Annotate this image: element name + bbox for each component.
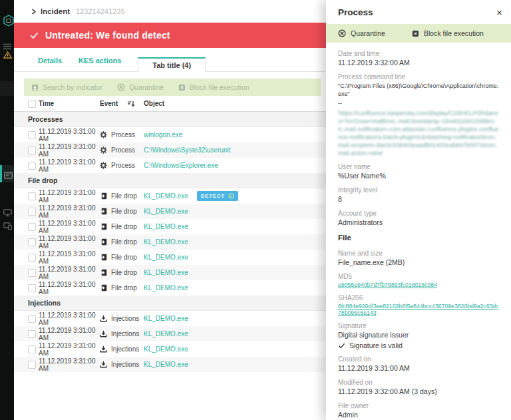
event-time: 11.12.2019 3:31:00 AM [39, 158, 100, 173]
table-row[interactable]: 11.12.2019 3:31:00 AMFile dropKL_DEMO.ex… [14, 219, 326, 234]
close-icon[interactable]: × [496, 7, 502, 17]
table-row[interactable]: 11.12.2019 3:31:00 AMProcessC:\Windows\S… [14, 142, 326, 158]
field-value: 11.12.2019 3:32:00 AM (3 days) [338, 387, 499, 396]
row-checkbox[interactable] [28, 238, 36, 246]
row-checkbox[interactable] [28, 330, 36, 338]
tasks-icon[interactable] [4, 170, 13, 182]
signature-valid: Signature is valid [338, 341, 499, 349]
tab-bar: Details KES actions Tab title (4) [14, 48, 326, 72]
table-row[interactable]: 11.12.2019 3:31:00 AMInjectionsKL_DEMO.e… [14, 341, 326, 357]
field-label: Account type [338, 210, 499, 217]
column-header-event[interactable]: Event [100, 100, 144, 107]
panel-toolbar: QuarantineBlock file execution [326, 24, 511, 43]
row-checkbox[interactable] [28, 162, 36, 170]
table-row[interactable]: 11.12.2019 3:31:00 AMInjectionsKL_DEMO.e… [14, 326, 326, 341]
file-drop-icon [100, 254, 107, 261]
sidebar-item-placeholder[interactable] [0, 81, 14, 96]
group-header[interactable]: Processes [14, 112, 326, 127]
field-value: 11.12.2019 3:31:00 AM [338, 364, 499, 373]
app-sidebar [0, 0, 14, 420]
app-logo-icon [3, 15, 14, 29]
row-checkbox[interactable] [28, 315, 36, 323]
event-time: 11.12.2019 3:31:00 AM [39, 327, 100, 341]
hash-link[interactable]: 6fc884e926df3ee82102b8f5e844bcc436709e38… [338, 303, 499, 316]
warning-icon[interactable] [3, 49, 12, 61]
row-checkbox[interactable] [28, 131, 36, 139]
tab-details[interactable]: Details [38, 57, 62, 71]
command-line-args: -- [338, 99, 499, 107]
object-link[interactable]: KL_DEMO.exe [144, 361, 188, 368]
object-link[interactable]: KL_DEMO.exe [144, 315, 188, 322]
event-time: 11.12.2019 3:31:00 AM [39, 342, 100, 357]
section-header: File [338, 234, 499, 242]
block-execution-icon [412, 30, 419, 37]
object-link[interactable]: KL_DEMO.exe [144, 192, 188, 200]
field-label: MD5 [338, 273, 499, 280]
row-checkbox[interactable] [28, 361, 36, 369]
row-checkbox[interactable] [28, 192, 36, 200]
sidebar-item-selected[interactable] [0, 165, 14, 182]
object-link[interactable]: KL_DEMO.exe [144, 330, 188, 337]
row-checkbox[interactable] [28, 284, 36, 292]
devices-icon[interactable] [3, 220, 12, 232]
row-checkbox[interactable] [28, 254, 36, 262]
group-header[interactable]: File drop [14, 173, 326, 188]
object-link[interactable]: KL_DEMO.exe [144, 238, 188, 246]
sort-icon[interactable] [127, 101, 135, 107]
table-row[interactable]: 11.12.2019 3:31:00 AMFile dropKL_DEMO.ex… [14, 234, 326, 250]
block-file-execution-button[interactable]: Block file execution [178, 83, 250, 91]
table-row[interactable]: 11.12.2019 3:31:00 AMFile dropKL_DEMO.ex… [14, 265, 326, 280]
file-drop-icon [100, 284, 107, 292]
select-all-checkbox[interactable] [28, 100, 36, 108]
detect-badge[interactable]: DETECT [197, 191, 238, 201]
quarantine-button[interactable]: Quarantine [338, 29, 385, 37]
group-header[interactable]: Injections [14, 296, 326, 311]
injection-icon [100, 361, 107, 368]
field-label: Date and time [338, 50, 499, 57]
file-drop-icon [100, 208, 107, 215]
field-label: Modified on [338, 379, 499, 386]
object-link[interactable]: KL_DEMO.exe [144, 223, 188, 230]
column-header-time[interactable]: Time [39, 100, 100, 107]
table-row[interactable]: 11.12.2019 3:31:00 AMProcessC:\Windows\E… [14, 158, 326, 173]
row-checkbox[interactable] [28, 208, 36, 216]
chevron-right-icon[interactable] [31, 9, 36, 15]
event-time: 11.12.2019 3:31:00 AM [39, 357, 100, 372]
row-checkbox[interactable] [28, 345, 36, 353]
object-link[interactable]: C:\Windows\Syste32\userunit [144, 146, 231, 154]
object-link[interactable]: winlogon.exe [144, 131, 182, 138]
panel-title: Process [338, 7, 496, 17]
object-link[interactable]: KL_DEMO.exe [144, 208, 188, 215]
tab-title-active[interactable]: Tab title (4) [138, 57, 206, 72]
breadcrumb-title[interactable]: Incident [41, 7, 70, 15]
table-row[interactable]: 11.12.2019 3:31:00 AMFile dropKL_DEMO.ex… [14, 188, 326, 204]
block-execution-icon [178, 84, 186, 91]
event-type: Process [111, 146, 135, 154]
hash-link[interactable]: e9056e940b7d7fb76893fc016018c084 [338, 282, 499, 288]
table-row[interactable]: 11.12.2019 3:31:00 AMInjectionsKL_DEMO.e… [14, 357, 326, 372]
object-link[interactable]: C:\Windows\Explorer.exe [144, 162, 218, 169]
table-row[interactable]: 11.12.2019 3:31:00 AMFile dropKL_DEMO.ex… [14, 250, 326, 265]
quarantine-button[interactable]: Quarantine [117, 83, 164, 91]
table-row[interactable]: 11.12.2019 3:31:00 AMFile dropKL_DEMO.ex… [14, 204, 326, 219]
command-line-path: "C:\Program Files (x86)\Google\Chrome\Ap… [338, 82, 499, 98]
row-checkbox[interactable] [28, 223, 36, 231]
table-row[interactable]: 11.12.2019 3:31:00 AMInjectionsKL_DEMO.e… [14, 311, 326, 326]
object-link[interactable]: KL_DEMO.exe [144, 269, 188, 276]
row-checkbox[interactable] [28, 269, 36, 277]
tab-kes-actions[interactable]: KES actions [79, 57, 121, 71]
field-value: 8 [338, 195, 499, 204]
block-file-execution-button[interactable]: Block file execution [412, 29, 484, 37]
row-checkbox[interactable] [28, 146, 36, 154]
column-header-object[interactable]: Object [144, 100, 326, 107]
breadcrumb: Incident 123214241235 [14, 0, 326, 23]
table-row[interactable]: 11.12.2019 3:31:00 AMFile dropKL_DEMO.ex… [14, 280, 326, 296]
monitor-icon[interactable] [3, 207, 12, 219]
search-by-indicator-button[interactable]: Search by indicator [31, 83, 102, 91]
table-row[interactable]: 11.12.2019 3:31:00 AMProcesswinlogon.exe [14, 127, 326, 142]
object-link[interactable]: KL_DEMO.exe [144, 345, 188, 353]
object-link[interactable]: KL_DEMO.exe [144, 284, 188, 292]
quarantine-icon [338, 29, 346, 37]
object-link[interactable]: KL_DEMO.exe [144, 254, 188, 261]
event-type: File drop [111, 192, 137, 200]
